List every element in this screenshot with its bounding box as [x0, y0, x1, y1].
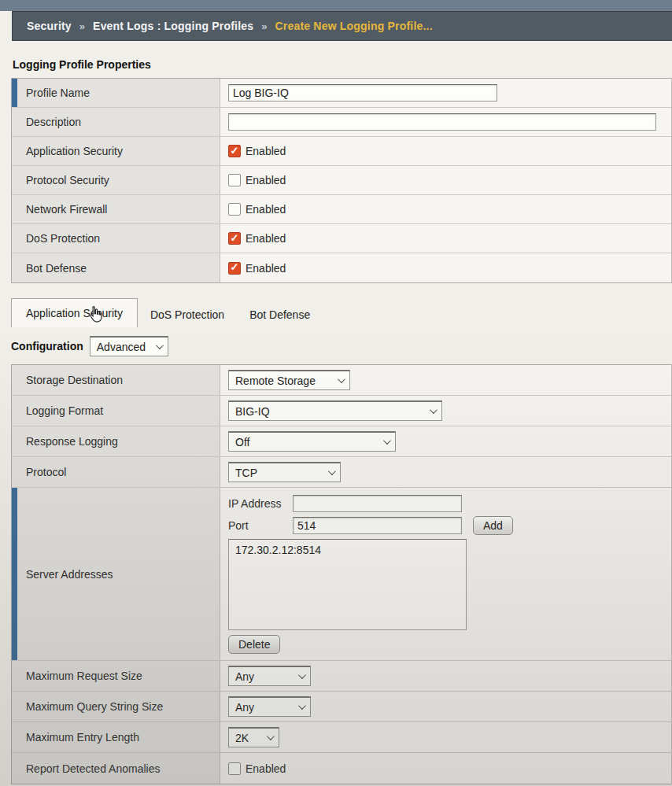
- checkmark-icon: ✓: [231, 262, 239, 272]
- checkmark-icon: ✓: [231, 233, 239, 243]
- logging-format-select[interactable]: BIG-IQ: [228, 400, 442, 421]
- chevron-down-icon: [328, 467, 336, 475]
- checkmark-icon: ✓: [231, 146, 239, 156]
- application-security-settings-table: Storage Destination Remote Storage Loggi…: [11, 364, 672, 784]
- report-detected-anomalies-label: Report Detected Anomalies: [12, 753, 220, 784]
- protocol-select[interactable]: TCP: [228, 462, 341, 482]
- dos-protection-label: DoS Protection: [12, 224, 220, 253]
- dos-protection-checkbox[interactable]: ✓: [228, 232, 241, 245]
- application-security-label: Application Security: [12, 137, 220, 165]
- page-title: Logging Profile Properties: [13, 58, 672, 71]
- table-row: Maximum Entry Length 2K: [12, 722, 671, 753]
- chevron-down-icon: [298, 702, 306, 710]
- logging-profile-properties-table: Profile Name Description Application Sec…: [11, 78, 672, 283]
- table-row: Response Logging Off: [12, 426, 671, 457]
- checkbox-caption: Enabled: [246, 145, 286, 157]
- maximum-request-size-value: Any: [235, 670, 254, 683]
- maximum-entry-length-value: 2K: [235, 732, 249, 744]
- table-row: Protocol Security ✓ Enabled: [12, 166, 671, 195]
- breadcrumb: Security » Event Logs : Logging Profiles…: [12, 11, 672, 41]
- chevron-down-icon: [383, 437, 391, 445]
- table-row: Network Firewall ✓ Enabled: [12, 195, 671, 224]
- protocol-security-label: Protocol Security: [12, 166, 220, 194]
- breadcrumb-separator: »: [261, 20, 267, 32]
- breadcrumb-current: Create New Logging Profile...: [275, 20, 432, 32]
- storage-destination-value: Remote Storage: [235, 375, 316, 387]
- table-row: Report Detected Anomalies ✓ Enabled: [12, 753, 671, 784]
- tab-dos-protection[interactable]: DoS Protection: [138, 303, 237, 327]
- maximum-request-size-select[interactable]: Any: [228, 666, 311, 686]
- protocol-label: Protocol: [12, 457, 220, 487]
- report-detected-anomalies-checkbox[interactable]: ✓: [228, 762, 241, 775]
- delete-button[interactable]: Delete: [228, 635, 280, 654]
- table-row: Logging Format BIG-IQ: [12, 396, 671, 426]
- table-row: Protocol TCP: [12, 457, 671, 488]
- configuration-label: Configuration: [11, 340, 83, 352]
- response-logging-select[interactable]: Off: [228, 431, 396, 452]
- table-row: Description: [12, 108, 671, 137]
- table-row: Application Security ✓ Enabled: [12, 137, 671, 166]
- table-row: Maximum Query String Size Any: [12, 692, 671, 722]
- maximum-query-string-size-value: Any: [235, 701, 254, 714]
- maximum-query-string-size-select[interactable]: Any: [228, 696, 311, 717]
- description-input[interactable]: [228, 113, 656, 131]
- table-row: DoS Protection ✓ Enabled: [12, 224, 671, 253]
- ip-address-input[interactable]: [293, 495, 462, 512]
- chevron-down-icon: [298, 671, 306, 679]
- chevron-down-icon: [267, 732, 275, 740]
- window-chrome-strip: [0, 0, 672, 11]
- bot-defense-checkbox[interactable]: ✓: [228, 262, 241, 275]
- tab-bar: Application Security DoS Protection Bot …: [11, 297, 672, 327]
- tab-bot-defense[interactable]: Bot Defense: [237, 303, 323, 327]
- application-security-checkbox[interactable]: ✓: [228, 145, 241, 157]
- table-row: Storage Destination Remote Storage: [12, 365, 671, 396]
- add-button[interactable]: Add: [473, 516, 513, 535]
- response-logging-label: Response Logging: [12, 426, 220, 456]
- maximum-entry-length-select[interactable]: 2K: [228, 727, 279, 747]
- server-addresses-listbox[interactable]: 172.30.2.12:8514: [228, 539, 467, 630]
- bot-defense-label: Bot Defense: [12, 253, 220, 282]
- port-label: Port: [228, 519, 293, 532]
- tab-application-security[interactable]: Application Security: [11, 298, 138, 327]
- configuration-row: Configuration Advanced: [11, 336, 672, 356]
- configuration-select[interactable]: Advanced: [90, 336, 168, 356]
- port-input[interactable]: [293, 517, 462, 534]
- chevron-down-icon: [338, 375, 345, 383]
- checkbox-caption: Enabled: [246, 174, 286, 186]
- network-firewall-checkbox[interactable]: ✓: [228, 203, 241, 216]
- configuration-select-value: Advanced: [97, 341, 146, 353]
- checkbox-caption: Enabled: [246, 762, 286, 775]
- breadcrumb-separator: »: [79, 20, 85, 32]
- protocol-security-checkbox[interactable]: ✓: [228, 174, 241, 186]
- chevron-down-icon: [156, 341, 164, 349]
- network-firewall-label: Network Firewall: [12, 195, 220, 223]
- logging-format-label: Logging Format: [12, 396, 220, 426]
- ip-address-label: IP Address: [228, 497, 293, 510]
- checkbox-caption: Enabled: [246, 203, 286, 216]
- server-addresses-label: Server Addresses: [12, 488, 220, 660]
- storage-destination-label: Storage Destination: [12, 365, 220, 395]
- storage-destination-select[interactable]: Remote Storage: [228, 370, 350, 390]
- breadcrumb-page[interactable]: Event Logs : Logging Profiles: [93, 20, 253, 32]
- table-row: Profile Name: [12, 79, 671, 108]
- profile-name-input[interactable]: [228, 84, 497, 101]
- protocol-value: TCP: [235, 467, 257, 479]
- profile-name-label: Profile Name: [12, 79, 220, 107]
- maximum-request-size-label: Maximum Request Size: [12, 661, 220, 691]
- logging-format-value: BIG-IQ: [235, 405, 270, 418]
- server-addresses-row: Server Addresses IP Address Port Add 172…: [12, 488, 671, 661]
- checkbox-caption: Enabled: [246, 262, 286, 275]
- table-row: Bot Defense ✓ Enabled: [12, 253, 671, 282]
- table-row: Maximum Request Size Any: [12, 661, 671, 692]
- breadcrumb-section[interactable]: Security: [27, 20, 72, 32]
- chevron-down-icon: [430, 406, 438, 414]
- maximum-query-string-size-label: Maximum Query String Size: [12, 692, 220, 721]
- maximum-entry-length-label: Maximum Entry Length: [12, 722, 220, 752]
- server-address-item[interactable]: 172.30.2.12:8514: [234, 543, 461, 557]
- description-label: Description: [12, 108, 220, 136]
- checkbox-caption: Enabled: [246, 232, 286, 245]
- response-logging-value: Off: [235, 436, 249, 448]
